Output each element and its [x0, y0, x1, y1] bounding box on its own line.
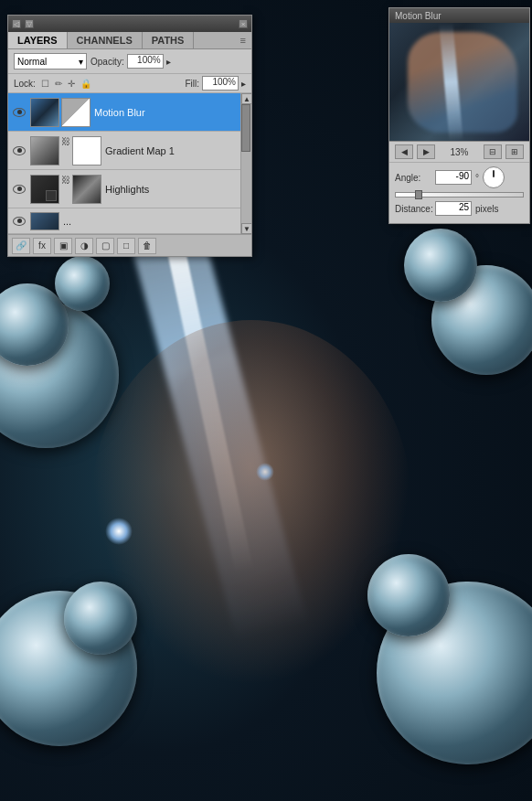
dialog-navigation: ◀ ▶ 13% ⊟ ⊞ [389, 142, 529, 163]
fill-input[interactable]: 100% [202, 76, 239, 91]
panel-menu-icon[interactable]: ≡ [235, 32, 251, 48]
dialog-preview [389, 23, 529, 142]
distance-input[interactable]: 25 [435, 201, 472, 216]
layer-visibility-4[interactable] [12, 214, 27, 229]
layer-visibility-highlights[interactable] [12, 182, 27, 197]
link-layers-button[interactable]: 🔗 [12, 238, 30, 254]
lock-all-icon[interactable]: 🔒 [80, 79, 91, 89]
layer-item-highlights[interactable]: ⛓ Highlights [8, 170, 251, 208]
layers-items: Motion Blur ⛓ Gradient Map 1 [8, 93, 251, 234]
layers-list: Motion Blur ⛓ Gradient Map 1 [8, 93, 251, 234]
angle-label: Angle: [395, 173, 431, 183]
scroll-down-button[interactable]: ▼ [241, 223, 251, 234]
panel-titlebar: ◁ ▽ × [8, 16, 251, 32]
dialog-title: Motion Blur [395, 11, 442, 21]
fit-right-icon: ⊞ [511, 147, 518, 156]
layers-toolbar: 🔗 fx ▣ ◑ ▢ □ 🗑 [8, 234, 251, 256]
tab-channels[interactable]: CHANNELS [68, 32, 143, 48]
new-layer-button[interactable]: □ [117, 238, 135, 254]
angle-unit: ° [475, 173, 479, 183]
layer-item-motion-blur[interactable]: Motion Blur [8, 93, 251, 132]
distance-row: Distance: 25 pixels [395, 201, 524, 216]
group-button[interactable]: ▢ [96, 238, 114, 254]
nav-next-button[interactable]: ▶ [417, 144, 435, 159]
distance-unit: pixels [475, 204, 499, 214]
angle-input[interactable]: -90 [435, 170, 472, 185]
tab-paths[interactable]: PATHS [143, 32, 195, 48]
eye-icon-gradient [13, 146, 26, 155]
layer-visibility-motion-blur[interactable] [12, 105, 27, 120]
zoom-level: 13% [450, 147, 468, 157]
layer-thumbs-motion-blur [30, 98, 90, 127]
motion-blur-dialog: Motion Blur ◀ ▶ 13% ⊟ ⊞ Angle: [388, 7, 530, 224]
layer-thumbs-highlights: ⛓ [30, 175, 101, 204]
panel-tabs: LAYERS CHANNELS PATHS ≡ [8, 32, 251, 49]
collapse-button[interactable]: ▽ [25, 19, 34, 28]
layer-thumb-mask-highlights [72, 175, 101, 204]
fx-button[interactable]: fx [33, 238, 51, 254]
blend-mode-arrow: ▾ [79, 57, 83, 67]
layer-name-gradient: Gradient Map 1 [105, 145, 248, 156]
angle-row: Angle: -90 ° [395, 166, 524, 188]
fit-arrows: ⊟ ⊞ [484, 144, 524, 159]
mask-icon: ▣ [59, 240, 68, 251]
delete-icon: 🗑 [143, 240, 152, 251]
blend-mode-value: Normal [17, 57, 47, 67]
lock-fill-row: Lock: ☐ ✏ ✛ 🔒 Fill: 100% ▸ [8, 74, 251, 93]
distance-slider-track[interactable] [395, 192, 524, 198]
close-button[interactable]: × [239, 19, 248, 28]
blend-opacity-row: Normal ▾ Opacity: 100% ▸ [8, 49, 251, 74]
opacity-control: Opacity: 100% ▸ [90, 54, 171, 69]
scroll-up-button[interactable]: ▲ [241, 93, 251, 104]
titlebar-controls: ◁ ▽ [12, 19, 34, 28]
fill-arrow: ▸ [241, 79, 246, 89]
chain-icon-gradient: ⛓ [61, 136, 70, 147]
fit-left-button[interactable]: ⊟ [484, 144, 502, 159]
new-layer-icon: □ [123, 240, 129, 251]
fit-right-button[interactable]: ⊞ [505, 144, 524, 159]
sphere-top-right-small [404, 229, 477, 302]
nav-arrows: ◀ ▶ [395, 144, 435, 159]
glow-dot-2 [256, 463, 274, 481]
prev-icon: ◀ [401, 147, 408, 156]
layers-panel: ◁ ▽ × LAYERS CHANNELS PATHS ≡ Normal ▾ O… [7, 15, 252, 257]
preview-figure [408, 32, 517, 133]
opacity-label: Opacity: [90, 57, 124, 67]
fit-left-icon: ⊟ [489, 147, 496, 156]
layer-item-gradient-map[interactable]: ⛓ Gradient Map 1 [8, 132, 251, 170]
nav-prev-button[interactable]: ◀ [395, 144, 413, 159]
layer-thumb-mask-motion-blur [61, 98, 90, 127]
chain-icon-highlights: ⛓ [61, 175, 70, 186]
delete-layer-button[interactable]: 🗑 [138, 238, 156, 254]
opacity-input[interactable]: 100% [127, 54, 164, 69]
fill-label: Fill: [185, 79, 199, 89]
layer-item-4[interactable]: ... [8, 208, 251, 234]
folder-icon: ▢ [101, 240, 110, 251]
layer-thumb-main-gradient [30, 136, 59, 166]
scroll-thumb[interactable] [241, 104, 250, 152]
layer-name-motion-blur: Motion Blur [94, 107, 248, 118]
distance-slider-thumb[interactable] [415, 190, 422, 199]
dialog-fields: Angle: -90 ° Distance: 25 pixels [389, 163, 529, 223]
next-icon: ▶ [423, 147, 430, 156]
layer-visibility-gradient[interactable] [12, 144, 27, 158]
layer-thumb-main-highlights [30, 175, 59, 204]
lock-move-icon[interactable]: ✛ [68, 79, 75, 89]
minimize-button[interactable]: ◁ [12, 19, 21, 28]
layer-name-highlights: Highlights [105, 184, 248, 195]
adjustment-icon: ◑ [80, 240, 89, 251]
lock-transparent-icon[interactable]: ☐ [41, 79, 49, 89]
opacity-arrow: ▸ [166, 57, 171, 67]
lock-paint-icon[interactable]: ✏ [55, 79, 62, 89]
mask-button[interactable]: ▣ [54, 238, 72, 254]
eye-icon-highlights [13, 185, 26, 194]
figure-silhouette [91, 320, 411, 686]
glow-dot-1 [105, 518, 133, 545]
blend-mode-select[interactable]: Normal ▾ [14, 53, 87, 69]
scroll-body [241, 104, 251, 223]
layer-thumb-main-motion-blur [30, 98, 59, 127]
angle-dial[interactable] [483, 166, 505, 188]
adjustment-button[interactable]: ◑ [75, 238, 93, 254]
dialog-titlebar: Motion Blur [389, 8, 529, 23]
tab-layers[interactable]: LAYERS [8, 32, 68, 48]
